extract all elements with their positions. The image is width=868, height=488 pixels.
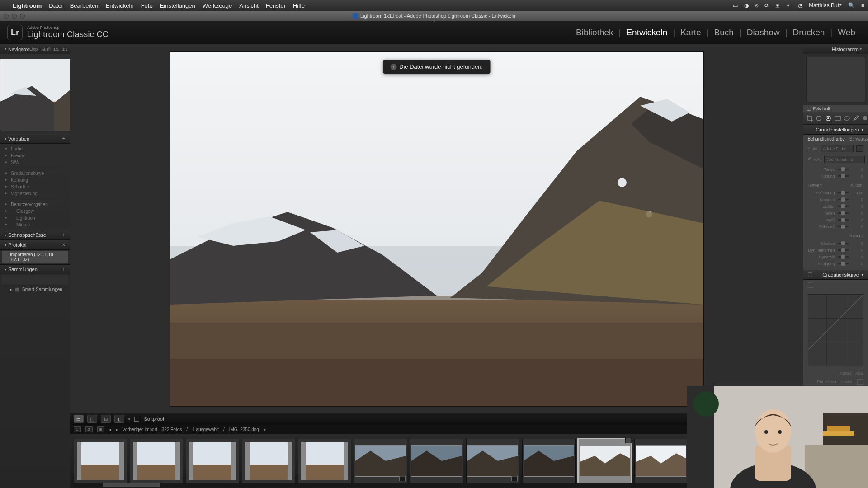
thumbnail[interactable] [634, 439, 688, 483]
slider-schwarz[interactable]: Schwarz0 [808, 223, 863, 230]
tonecurve-panel-header[interactable]: Gradationskurve▾ [803, 270, 868, 280]
tray-icon[interactable]: ᯤ [786, 2, 792, 9]
menu-help[interactable]: Hilfe [293, 2, 305, 9]
module-library[interactable]: Bibliothek [571, 28, 618, 38]
navigator-preview[interactable] [0, 59, 70, 131]
window-controls[interactable] [4, 14, 25, 19]
preset-group[interactable]: Schärfen [0, 183, 70, 190]
spotlight-icon[interactable]: 🔍 [848, 2, 855, 9]
menu-window[interactable]: Fenster [266, 2, 286, 9]
slider-tiefen[interactable]: Tiefen0 [808, 210, 863, 216]
loupe-view-button[interactable]: ▭ [74, 415, 84, 423]
zoom-1-1[interactable]: 1:1 [53, 47, 59, 52]
brush-tool-icon[interactable] [852, 113, 860, 123]
curve-target-icon[interactable] [808, 282, 813, 288]
before-after-v-button[interactable]: ⊟ [101, 415, 111, 423]
module-develop[interactable]: Entwickeln [621, 28, 673, 38]
thumbnail[interactable] [186, 439, 239, 483]
menu-tools[interactable]: Werkzeuge [203, 2, 232, 9]
wb-select[interactable]: Wie Aufnahme [824, 156, 865, 163]
menu-photo[interactable]: Foto [141, 2, 153, 9]
zoom-fit[interactable]: Einp. [29, 47, 39, 52]
slider-dynamik[interactable]: Dynamik0 [808, 253, 863, 260]
preset-user[interactable]: Mimoa [0, 221, 70, 228]
spot-heal-tool-icon[interactable] [815, 113, 823, 123]
missing-file-badge-icon[interactable] [625, 438, 632, 443]
slider-belichtung[interactable]: Belichtung0,00 [808, 189, 863, 196]
preset-group[interactable]: Körnung [0, 177, 70, 183]
preset-group[interactable]: S/W [0, 159, 70, 166]
treatment-bw[interactable]: Schwarzweiß [849, 136, 868, 141]
profile-browser-icon[interactable] [856, 145, 863, 152]
slider-sttigung[interactable]: Sättigung0 [808, 260, 863, 267]
module-book[interactable]: Buch [709, 28, 739, 38]
slider-kontrast[interactable]: Kontrast0 [808, 196, 863, 203]
tray-user[interactable]: Matthias Butz [809, 2, 842, 9]
profile-select[interactable]: Adobe Farbe [821, 145, 854, 152]
module-web[interactable]: Web [832, 28, 861, 38]
collections-header[interactable]: ▾Sammlungen+ [0, 264, 70, 274]
tray-icon[interactable]: ⊞ [775, 2, 780, 9]
snapshots-header[interactable]: ▾Schnappschüsse+ [0, 230, 70, 240]
treatment-color[interactable]: Farbe [833, 136, 845, 141]
smart-collections[interactable]: ▸Smart-Sammlungen [0, 285, 70, 294]
menu-develop[interactable]: Entwickeln [106, 2, 134, 9]
navigator-header[interactable]: ▾Navigator Einp. Ausf. 1:1 3:1 [0, 44, 70, 54]
nav-back-icon[interactable]: ◂ [109, 427, 111, 432]
module-map[interactable]: Karte [675, 28, 706, 38]
wb-dropper-icon[interactable]: ✐ [808, 156, 811, 163]
menu-view[interactable]: Ansicht [239, 2, 259, 9]
presets-header[interactable]: ▾Vorgaben+ [0, 134, 70, 144]
history-item[interactable]: Importieren (12.11.18 15:31:32) [2, 251, 68, 263]
history-header[interactable]: ▾Protokoll× [0, 240, 70, 250]
collection-filter[interactable] [2, 275, 68, 284]
preset-group[interactable]: Kreativ [0, 152, 70, 159]
thumbnail[interactable] [74, 439, 127, 483]
scrollbar-thumb[interactable] [103, 483, 160, 487]
preset-user[interactable]: Glasgow [0, 208, 70, 215]
before-after-split-button[interactable]: ◧ [114, 415, 124, 423]
add-snapshot-icon[interactable]: + [62, 232, 66, 238]
module-print[interactable]: Drucken [788, 28, 830, 38]
grid-icon[interactable]: ⊞ [97, 426, 104, 432]
clear-history-icon[interactable]: × [62, 242, 66, 248]
crop-tool-icon[interactable] [806, 113, 814, 123]
loupe-viewer[interactable]: ! Die Datei wurde nicht gefunden. [70, 44, 803, 413]
slider-klarheit[interactable]: Klarheit0 [808, 240, 863, 247]
menu-file[interactable]: Datei [49, 2, 62, 9]
thumbnail[interactable] [354, 439, 407, 483]
thumbnail-selected[interactable] [578, 439, 632, 483]
filmstrip-source[interactable]: Vorheriger Import [123, 427, 157, 432]
main-photo[interactable] [170, 52, 703, 406]
thumbnail[interactable] [522, 439, 576, 483]
preset-group[interactable]: Gradationskurve [0, 170, 70, 177]
zoom-custom[interactable]: 3:1 [62, 47, 68, 52]
tonecurve-toggle[interactable] [808, 272, 812, 277]
nav-fwd-icon[interactable]: ▸ [116, 427, 118, 432]
softproof-checkbox[interactable] [134, 417, 139, 422]
preset-user[interactable]: Lightroom [0, 215, 70, 221]
menu-settings[interactable]: Einstellungen [160, 2, 195, 9]
redeye-tool-icon[interactable] [825, 113, 832, 123]
tone-curve[interactable] [808, 294, 863, 366]
thumbnail[interactable] [466, 439, 519, 483]
curve-edit-icon[interactable] [857, 379, 863, 385]
app-menu[interactable]: Lightroom [13, 2, 42, 9]
panel-handle-top[interactable]: ▾ [427, 19, 441, 23]
menu-extras-icon[interactable]: ≡ [861, 2, 864, 9]
second-window-button[interactable]: 2 [85, 426, 93, 432]
thumbnail[interactable] [130, 439, 183, 483]
thumbnail[interactable] [410, 439, 463, 483]
histogram-header[interactable]: Histogramm ▾ [803, 44, 868, 54]
add-collection-icon[interactable]: + [62, 266, 66, 272]
tray-icon[interactable]: ⎋ [755, 2, 758, 9]
tray-icon[interactable]: ⟳ [764, 2, 769, 9]
tray-icon[interactable]: ▭ [733, 2, 738, 9]
preset-user-head[interactable]: Benutzervorgaben [0, 201, 70, 208]
menu-edit[interactable]: Bearbeiten [70, 2, 99, 9]
radial-tool-icon[interactable] [843, 113, 851, 123]
metadata-badge-icon[interactable] [511, 476, 518, 481]
before-after-h-button[interactable]: ◫ [87, 415, 97, 423]
preset-group[interactable]: Farbe [0, 145, 70, 152]
thumbnail[interactable] [298, 439, 351, 483]
